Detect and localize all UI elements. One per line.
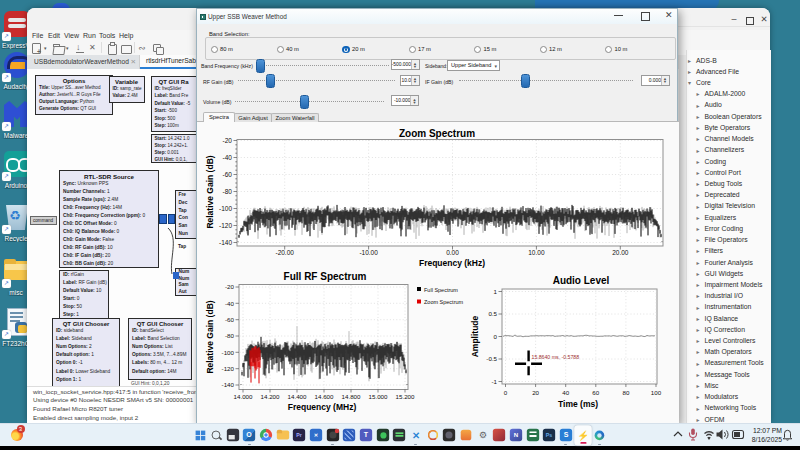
svg-text:Time (ms): Time (ms) (558, 399, 598, 409)
svg-text:Frequency (kHz): Frequency (kHz) (419, 258, 485, 268)
svg-text:Full Spectrum: Full Spectrum (424, 287, 458, 293)
svg-text:10.00: 10.00 (528, 249, 545, 256)
svg-text:Audio Level: Audio Level (553, 275, 610, 286)
svg-text:Relative Gain (dB): Relative Gain (dB) (205, 300, 215, 373)
svg-text:-80: -80 (225, 332, 235, 339)
svg-text:Full RF Spectrum: Full RF Spectrum (284, 271, 367, 282)
svg-text:14.400: 14.400 (288, 393, 307, 400)
svg-text:Zoom Spectrum: Zoom Spectrum (424, 299, 464, 305)
svg-text:14.200: 14.200 (261, 393, 280, 400)
svg-text:15.200: 15.200 (396, 393, 415, 400)
svg-text:20.00: 20.00 (612, 249, 629, 256)
svg-text:60: 60 (592, 389, 599, 396)
svg-text:14.000: 14.000 (234, 393, 253, 400)
svg-text:0: 0 (494, 333, 498, 340)
svg-text:-120: -120 (219, 222, 232, 229)
svg-text:-20: -20 (223, 137, 233, 144)
svg-text:-140: -140 (219, 239, 232, 246)
svg-text:0.00: 0.00 (446, 249, 459, 256)
svg-text:-140: -140 (222, 381, 235, 388)
svg-text:-60: -60 (223, 171, 233, 178)
svg-text:1: 1 (494, 288, 498, 295)
svg-text:-100: -100 (219, 205, 232, 212)
svg-text:-60: -60 (225, 316, 235, 323)
svg-text:20: 20 (532, 389, 539, 396)
svg-text:-80: -80 (223, 188, 233, 195)
svg-text:15.000: 15.000 (369, 393, 388, 400)
svg-text:-40: -40 (225, 300, 235, 307)
svg-text:-100: -100 (222, 349, 235, 356)
svg-text:14.600: 14.600 (315, 393, 334, 400)
svg-text:80: 80 (622, 389, 629, 396)
svg-text:0: 0 (504, 389, 508, 396)
svg-text:-10.00: -10.00 (359, 249, 378, 256)
svg-text:40: 40 (562, 389, 569, 396)
svg-text:-120: -120 (222, 365, 235, 372)
svg-text:14.800: 14.800 (342, 393, 361, 400)
svg-text:0.5: 0.5 (488, 310, 497, 317)
svg-text:-20.00: -20.00 (275, 249, 294, 256)
svg-text:-20: -20 (225, 283, 235, 290)
svg-text:-1: -1 (491, 378, 497, 385)
svg-text:Amplitude: Amplitude (470, 315, 480, 357)
svg-text:Zoom Spectrum: Zoom Spectrum (399, 128, 475, 139)
svg-text:-0.5: -0.5 (486, 355, 497, 362)
svg-text:Frequency (MHz): Frequency (MHz) (288, 402, 357, 412)
svg-text:100: 100 (651, 389, 662, 396)
svg-text:Relative Gain (dB): Relative Gain (dB) (205, 155, 215, 228)
svg-text:-40: -40 (223, 154, 233, 161)
svg-text:15.8640 ms, -0.5788: 15.8640 ms, -0.5788 (532, 354, 580, 360)
